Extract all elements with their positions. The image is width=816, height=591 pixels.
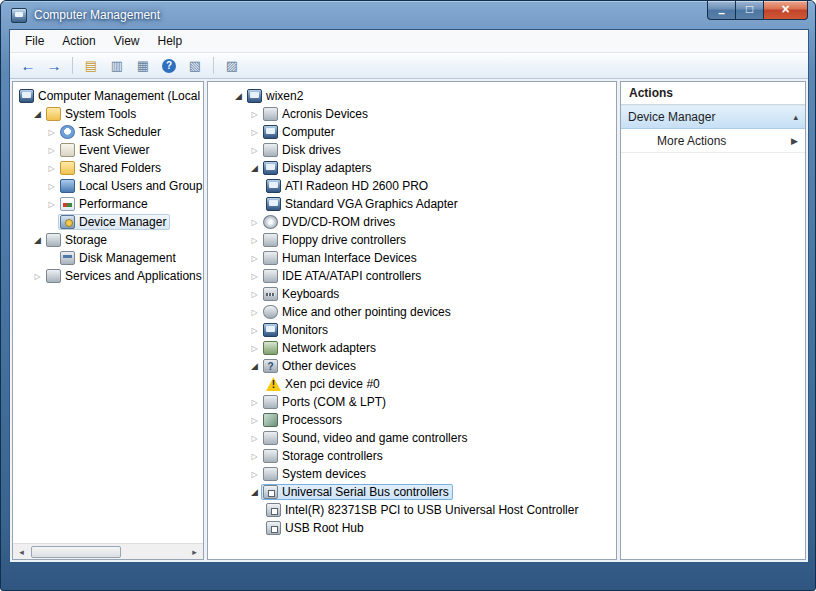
device-tree-item-floppy-drive-controllers[interactable]: ▷Floppy drive controllers bbox=[232, 231, 616, 249]
expanded-expander-icon[interactable]: ◢ bbox=[248, 487, 261, 497]
menu-item-file[interactable]: File bbox=[16, 31, 53, 51]
device-tree-item-standard-vga-graphics-adapter[interactable]: Standard VGA Graphics Adapter bbox=[232, 195, 616, 213]
collapsed-expander-icon[interactable]: ▷ bbox=[248, 470, 261, 479]
device-tree-item-disk-drives[interactable]: ▷Disk drives bbox=[232, 141, 616, 159]
device-tree-item-xen-pci-device-0[interactable]: Xen pci device #0 bbox=[232, 375, 616, 393]
console-tree-item-system-tools[interactable]: ◢System Tools bbox=[17, 105, 203, 123]
device-tree-item-other-devices[interactable]: ◢Other devices bbox=[232, 357, 616, 375]
console-tree-item-task-scheduler[interactable]: ▷Task Scheduler bbox=[17, 123, 203, 141]
properties-button[interactable]: ▦ bbox=[131, 55, 155, 77]
action-device-manager[interactable]: Device Manager▴ bbox=[621, 105, 805, 129]
menu-item-action[interactable]: Action bbox=[53, 31, 104, 51]
scrollbar-thumb[interactable] bbox=[31, 546, 121, 558]
collapsed-expander-icon[interactable]: ▷ bbox=[248, 416, 261, 425]
collapsed-expander-icon[interactable]: ▷ bbox=[248, 146, 261, 155]
device-tree-item-system-devices[interactable]: ▷System devices bbox=[232, 465, 616, 483]
collapsed-expander-icon[interactable]: ▷ bbox=[248, 128, 261, 137]
collapsed-expander-icon[interactable]: ▷ bbox=[45, 200, 58, 209]
console-tree-item-event-viewer[interactable]: ▷Event Viewer bbox=[17, 141, 203, 159]
device-tree-item-keyboards[interactable]: ▷Keyboards bbox=[232, 285, 616, 303]
show-hide-console-tree-button[interactable]: ▤ bbox=[79, 55, 103, 77]
expanded-expander-icon[interactable]: ◢ bbox=[31, 109, 44, 119]
show-hide-action-pane-button[interactable]: ▧ bbox=[183, 55, 207, 77]
device-tree-item-storage-controllers[interactable]: ▷Storage controllers bbox=[232, 447, 616, 465]
console-tree-item-performance[interactable]: ▷Performance bbox=[17, 195, 203, 213]
device-tree-item-monitors[interactable]: ▷Monitors bbox=[232, 321, 616, 339]
menu-item-view[interactable]: View bbox=[105, 31, 149, 51]
forward-button[interactable]: → bbox=[42, 55, 66, 77]
title-bar[interactable]: Computer Management –□× bbox=[1, 1, 815, 29]
device-tree-item-human-interface-devices[interactable]: ▷Human Interface Devices bbox=[232, 249, 616, 267]
collapsed-expander-icon[interactable]: ▷ bbox=[248, 110, 261, 119]
action-label: Device Manager bbox=[628, 110, 715, 124]
device-tree-item-intel-r-82371sb-pci-to-usb-universal-host-contro[interactable]: Intel(R) 82371SB PCI to USB Universal Ho… bbox=[232, 501, 616, 519]
console-tree-item-disk-management[interactable]: Disk Management bbox=[17, 249, 203, 267]
expanded-expander-icon[interactable]: ◢ bbox=[248, 163, 261, 173]
unknown-device-warning-icon bbox=[266, 377, 281, 391]
expanded-expander-icon[interactable]: ◢ bbox=[232, 91, 245, 101]
scan-for-hardware-changes-icon: ▨ bbox=[226, 59, 238, 72]
device-tree-item-ati-radeon-hd-2600-pro[interactable]: ATI Radeon HD 2600 PRO bbox=[232, 177, 616, 195]
scroll-right-button[interactable]: ▸ bbox=[186, 544, 203, 559]
menu-item-help[interactable]: Help bbox=[149, 31, 192, 51]
tree-item-label: Processors bbox=[278, 413, 342, 427]
tree-item-label: Ports (COM & LPT) bbox=[278, 395, 386, 409]
scroll-left-button[interactable]: ◂ bbox=[13, 544, 30, 559]
collapsed-expander-icon[interactable]: ▷ bbox=[248, 326, 261, 335]
device-manager-icon bbox=[60, 215, 75, 229]
device-tree-item-network-adapters[interactable]: ▷Network adapters bbox=[232, 339, 616, 357]
help-button[interactable]: ? bbox=[157, 55, 181, 77]
ide-controller-icon bbox=[263, 269, 278, 283]
close-button[interactable]: × bbox=[763, 1, 808, 20]
help-icon: ? bbox=[162, 59, 176, 73]
maximize-button[interactable]: □ bbox=[736, 1, 763, 20]
back-button[interactable]: ← bbox=[16, 55, 40, 77]
device-tree-item-dvd-cd-rom-drives[interactable]: ▷DVD/CD-ROM drives bbox=[232, 213, 616, 231]
expanded-expander-icon[interactable]: ◢ bbox=[248, 361, 261, 371]
device-tree-item-acronis-devices[interactable]: ▷Acronis Devices bbox=[232, 105, 616, 123]
device-tree-item-display-adapters[interactable]: ◢Display adapters bbox=[232, 159, 616, 177]
scan-for-hardware-changes-button[interactable]: ▨ bbox=[220, 55, 244, 77]
collapsed-expander-icon[interactable]: ▷ bbox=[248, 236, 261, 245]
device-tree-item-mice-and-other-pointing-devices[interactable]: ▷Mice and other pointing devices bbox=[232, 303, 616, 321]
expanded-expander-icon[interactable]: ◢ bbox=[31, 235, 44, 245]
console-tree-item-storage[interactable]: ◢Storage bbox=[17, 231, 203, 249]
computer-management-window: Computer Management –□× FileActionViewHe… bbox=[0, 0, 816, 591]
minimize-button[interactable]: – bbox=[707, 1, 736, 20]
action-more-actions[interactable]: More Actions▶ bbox=[621, 129, 805, 153]
collapsed-expander-icon[interactable]: ▷ bbox=[248, 218, 261, 227]
collapsed-expander-icon[interactable]: ▷ bbox=[45, 128, 58, 137]
collapsed-expander-icon[interactable]: ▷ bbox=[31, 272, 44, 281]
console-tree-item-local-users-and-groups[interactable]: ▷Local Users and Groups bbox=[17, 177, 203, 195]
device-tree-item-universal-serial-bus-controllers[interactable]: ◢Universal Serial Bus controllers bbox=[232, 483, 616, 501]
tree-item-label: wixen2 bbox=[262, 89, 303, 103]
collapsed-expander-icon[interactable]: ▷ bbox=[45, 182, 58, 191]
console-tree-item-shared-folders[interactable]: ▷Shared Folders bbox=[17, 159, 203, 177]
collapsed-expander-icon[interactable]: ▷ bbox=[248, 290, 261, 299]
horizontal-scrollbar: ◂ ▸ bbox=[13, 543, 203, 559]
collapsed-expander-icon[interactable]: ▷ bbox=[248, 308, 261, 317]
menu-bar: FileActionViewHelp bbox=[10, 30, 808, 53]
console-tree-item-services-and-applications[interactable]: ▷Services and Applications bbox=[17, 267, 203, 285]
device-tree-item-wixen2[interactable]: ◢wixen2 bbox=[232, 87, 616, 105]
collapsed-expander-icon[interactable]: ▷ bbox=[248, 398, 261, 407]
device-tree-item-ide-ata-atapi-controllers[interactable]: ▷IDE ATA/ATAPI controllers bbox=[232, 267, 616, 285]
tree-item-label: USB Root Hub bbox=[281, 521, 364, 535]
device-tree-item-usb-root-hub[interactable]: USB Root Hub bbox=[232, 519, 616, 537]
console-tree: Computer Management (Local◢System Tools▷… bbox=[13, 82, 203, 303]
collapsed-expander-icon[interactable]: ▷ bbox=[248, 344, 261, 353]
device-tree-item-sound-video-and-game-controllers[interactable]: ▷Sound, video and game controllers bbox=[232, 429, 616, 447]
device-tree-item-processors[interactable]: ▷Processors bbox=[232, 411, 616, 429]
console-tree-item-device-manager[interactable]: Device Manager bbox=[17, 213, 203, 231]
tree-item-label: Xen pci device #0 bbox=[281, 377, 380, 391]
device-tree-item-ports-com-lpt[interactable]: ▷Ports (COM & LPT) bbox=[232, 393, 616, 411]
collapsed-expander-icon[interactable]: ▷ bbox=[45, 164, 58, 173]
device-tree-item-computer[interactable]: ▷Computer bbox=[232, 123, 616, 141]
collapsed-expander-icon[interactable]: ▷ bbox=[248, 272, 261, 281]
collapsed-expander-icon[interactable]: ▷ bbox=[248, 452, 261, 461]
collapsed-expander-icon[interactable]: ▷ bbox=[45, 146, 58, 155]
collapsed-expander-icon[interactable]: ▷ bbox=[248, 434, 261, 443]
export-list-button[interactable]: ▥ bbox=[105, 55, 129, 77]
console-tree-item-computer-management-local[interactable]: Computer Management (Local bbox=[17, 87, 203, 105]
collapsed-expander-icon[interactable]: ▷ bbox=[248, 254, 261, 263]
